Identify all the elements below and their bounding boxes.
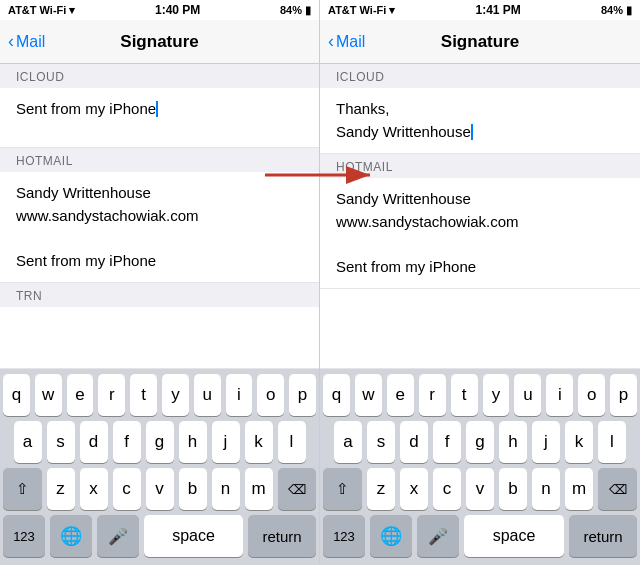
- arrow-overlay: [260, 155, 380, 199]
- key-w-left[interactable]: w: [35, 374, 62, 416]
- key-z-left[interactable]: z: [47, 468, 75, 510]
- right-panel: AT&T Wi-Fi ▾ 1:41 PM 84% ▮ ‹ Mail Signat…: [320, 0, 640, 565]
- key-n-right[interactable]: n: [532, 468, 560, 510]
- key-d-left[interactable]: d: [80, 421, 108, 463]
- key-k-right[interactable]: k: [565, 421, 593, 463]
- key-x-right[interactable]: x: [400, 468, 428, 510]
- status-right-left: 84% ▮: [280, 4, 311, 17]
- key-l-left[interactable]: l: [278, 421, 306, 463]
- key-b-right[interactable]: b: [499, 468, 527, 510]
- key-j-left[interactable]: j: [212, 421, 240, 463]
- status-bar-left: AT&T Wi-Fi ▾ 1:40 PM 84% ▮: [0, 0, 319, 20]
- key-k-left[interactable]: k: [245, 421, 273, 463]
- globe-key-left[interactable]: 🌐: [50, 515, 92, 557]
- key-p-left[interactable]: p: [289, 374, 316, 416]
- key-h-right[interactable]: h: [499, 421, 527, 463]
- key-u-left[interactable]: u: [194, 374, 221, 416]
- keyboard-row3-left: ⇧ z x c v b n m ⌫: [0, 463, 319, 510]
- return-key-left[interactable]: return: [248, 515, 316, 557]
- text-cursor-left: [156, 101, 158, 117]
- wifi-icon-right: ▾: [389, 4, 395, 17]
- extra-space-right: [320, 289, 640, 369]
- back-button-left[interactable]: ‹ Mail: [8, 31, 45, 52]
- chevron-left-icon-left: ‹: [8, 31, 14, 52]
- keyboard-bottom-right: 123 🌐 🎤 space return: [320, 510, 640, 565]
- num-key-left[interactable]: 123: [3, 515, 45, 557]
- keyboard-row2-right: a s d f g h j k l: [320, 416, 640, 463]
- key-y-left[interactable]: y: [162, 374, 189, 416]
- key-f-right[interactable]: f: [433, 421, 461, 463]
- trn-header-left: TRN: [0, 283, 319, 307]
- key-c-left[interactable]: c: [113, 468, 141, 510]
- key-f-left[interactable]: f: [113, 421, 141, 463]
- mic-key-left[interactable]: 🎤: [97, 515, 139, 557]
- key-g-right[interactable]: g: [466, 421, 494, 463]
- back-label-right[interactable]: Mail: [336, 33, 365, 51]
- key-x-left[interactable]: x: [80, 468, 108, 510]
- key-l-right[interactable]: l: [598, 421, 626, 463]
- key-s-right[interactable]: s: [367, 421, 395, 463]
- key-a-right[interactable]: a: [334, 421, 362, 463]
- shift-key-right[interactable]: ⇧: [323, 468, 362, 510]
- hotmail-line2-right: www.sandystachowiak.com: [336, 211, 624, 234]
- key-o-left[interactable]: o: [257, 374, 284, 416]
- key-v-right[interactable]: v: [466, 468, 494, 510]
- wifi-icon-left: ▾: [69, 4, 75, 17]
- key-m-left[interactable]: m: [245, 468, 273, 510]
- key-t-right[interactable]: t: [451, 374, 478, 416]
- mic-key-right[interactable]: 🎤: [417, 515, 459, 557]
- battery-right: 84%: [601, 4, 623, 16]
- keyboard-row2-left: a s d f g h j k l: [0, 416, 319, 463]
- key-r-right[interactable]: r: [419, 374, 446, 416]
- left-panel: AT&T Wi-Fi ▾ 1:40 PM 84% ▮ ‹ Mail Signat…: [0, 0, 320, 565]
- icloud-signature-left[interactable]: Sent from my iPhone: [0, 88, 319, 148]
- key-n-left[interactable]: n: [212, 468, 240, 510]
- back-label-left[interactable]: Mail: [16, 33, 45, 51]
- icloud-line2-right: Sandy Writtenhouse: [336, 121, 624, 144]
- key-d-right[interactable]: d: [400, 421, 428, 463]
- hotmail-line3-right: [336, 233, 624, 256]
- delete-key-right[interactable]: ⌫: [598, 468, 637, 510]
- key-a-left[interactable]: a: [14, 421, 42, 463]
- key-h-left[interactable]: h: [179, 421, 207, 463]
- key-b-left[interactable]: b: [179, 468, 207, 510]
- hotmail-line3-left: [16, 227, 303, 250]
- key-q-left[interactable]: q: [3, 374, 30, 416]
- shift-key-left[interactable]: ⇧: [3, 468, 42, 510]
- key-q-right[interactable]: q: [323, 374, 350, 416]
- space-key-left[interactable]: space: [144, 515, 243, 557]
- key-i-left[interactable]: i: [226, 374, 253, 416]
- space-key-right[interactable]: space: [464, 515, 564, 557]
- key-y-right[interactable]: y: [483, 374, 510, 416]
- icloud-line1-right: Thanks,: [336, 98, 624, 121]
- key-m-right[interactable]: m: [565, 468, 593, 510]
- key-p-right[interactable]: p: [610, 374, 637, 416]
- key-g-left[interactable]: g: [146, 421, 174, 463]
- back-button-right[interactable]: ‹ Mail: [328, 31, 365, 52]
- key-o-right[interactable]: o: [578, 374, 605, 416]
- key-r-left[interactable]: r: [98, 374, 125, 416]
- key-w-right[interactable]: w: [355, 374, 382, 416]
- return-key-right[interactable]: return: [569, 515, 637, 557]
- delete-key-left[interactable]: ⌫: [278, 468, 317, 510]
- status-left-right: AT&T Wi-Fi ▾: [328, 4, 395, 17]
- key-i-right[interactable]: i: [546, 374, 573, 416]
- key-e-right[interactable]: e: [387, 374, 414, 416]
- page-title-left: Signature: [120, 32, 198, 52]
- trn-signature-left[interactable]: [0, 307, 319, 369]
- key-e-left[interactable]: e: [67, 374, 94, 416]
- num-key-right[interactable]: 123: [323, 515, 365, 557]
- key-z-right[interactable]: z: [367, 468, 395, 510]
- key-s-left[interactable]: s: [47, 421, 75, 463]
- globe-key-right[interactable]: 🌐: [370, 515, 412, 557]
- key-u-right[interactable]: u: [514, 374, 541, 416]
- key-v-left[interactable]: v: [146, 468, 174, 510]
- text-cursor-right: [471, 124, 473, 140]
- status-left: AT&T Wi-Fi ▾: [8, 4, 75, 17]
- carrier-right: AT&T Wi-Fi: [328, 4, 386, 16]
- key-t-left[interactable]: t: [130, 374, 157, 416]
- key-j-right[interactable]: j: [532, 421, 560, 463]
- keyboard-bottom-left: 123 🌐 🎤 space return: [0, 510, 319, 565]
- key-c-right[interactable]: c: [433, 468, 461, 510]
- icloud-signature-right[interactable]: Thanks, Sandy Writtenhouse: [320, 88, 640, 154]
